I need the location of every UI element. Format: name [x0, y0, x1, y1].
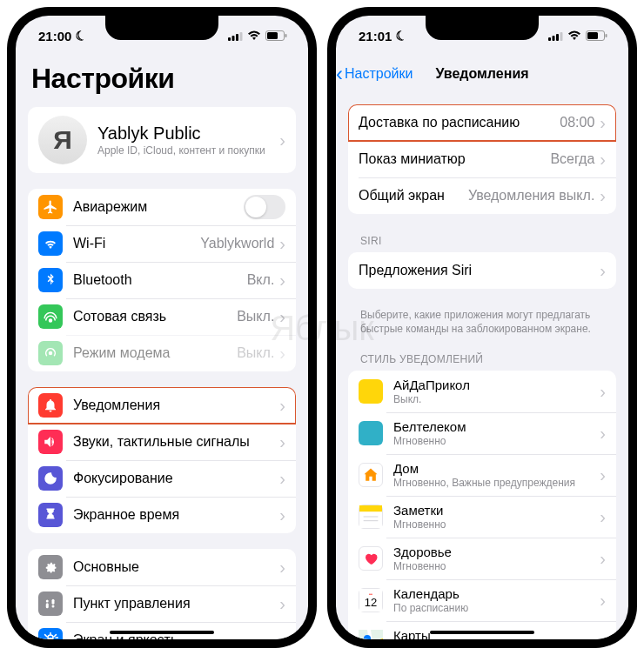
moon-icon — [38, 466, 63, 491]
row-value: Выкл. — [237, 309, 274, 324]
notifications-content[interactable]: Доставка по расписанию08:00›Показ миниат… — [336, 92, 628, 639]
profile-row[interactable]: Я Yablyk Public Apple ID, iCloud, контен… — [28, 107, 296, 173]
svg-rect-18 — [553, 36, 555, 41]
svg-point-8 — [46, 600, 49, 603]
app-icon — [359, 505, 383, 529]
app-row[interactable]: АйДаПриколВыкл.› — [348, 371, 616, 412]
svg-point-12 — [48, 638, 53, 639]
status-time: 21:01 — [359, 29, 392, 43]
airplane-icon — [38, 195, 63, 219]
row-label: Показ миниатюр — [359, 151, 550, 167]
chevron-icon: › — [600, 424, 606, 442]
chevron-icon: › — [279, 506, 285, 524]
gear-icon — [38, 555, 63, 579]
chevron-icon: › — [279, 344, 285, 362]
app-row[interactable]: ЗдоровьеМгновенно› — [348, 538, 616, 579]
app-icon — [359, 379, 383, 404]
settings-row[interactable]: Пункт управления› — [28, 585, 296, 622]
profile-group: Я Yablyk Public Apple ID, iCloud, контен… — [28, 107, 296, 173]
setting-row[interactable]: Показ миниатюрВсегда› — [348, 141, 616, 177]
style-header: СТИЛЬ УВЕДОМЛЕНИЙ — [348, 348, 616, 371]
chevron-icon: › — [600, 383, 606, 400]
app-row[interactable]: ЗаметкиМгновенно› — [348, 496, 616, 538]
screen-right: 21:01 ☾ ‹ Настройки Уведомления Доставка… — [336, 16, 628, 639]
chevron-icon: › — [600, 262, 606, 279]
row-value: Уведомления выкл. — [468, 188, 594, 204]
chevron-icon: › — [600, 466, 606, 484]
phone-left: 21:00 ☾ Настройки Я Yablyk Public Apple … — [7, 7, 317, 648]
row-label: Экранное время — [73, 507, 278, 523]
settings-row[interactable]: Wi-FiYablykworld› — [28, 225, 296, 262]
back-button[interactable]: ‹ Настройки — [336, 62, 413, 86]
status-time: 21:00 — [38, 29, 71, 43]
svg-rect-9 — [46, 603, 49, 608]
moon-icon: ☾ — [73, 27, 88, 45]
settings-row[interactable]: Звуки, тактильные сигналы› — [28, 424, 296, 460]
svg-point-11 — [52, 605, 55, 608]
app-sub: Мгновенно, Важные предупреждения — [393, 477, 598, 489]
app-row[interactable]: ••12КалендарьПо расписанию› — [348, 579, 616, 621]
schedule-group: Доставка по расписанию08:00›Показ миниат… — [348, 104, 616, 214]
settings-row[interactable]: Уведомления› — [28, 387, 296, 424]
svg-rect-23 — [606, 34, 607, 37]
row-value: Выкл. — [237, 345, 274, 361]
profile-sub: Apple ID, iCloud, контент и покупки — [97, 144, 278, 157]
chevron-icon: › — [600, 508, 606, 525]
chevron-icon: › — [279, 558, 285, 576]
svg-text:12: 12 — [365, 597, 377, 610]
chevron-icon: › — [600, 114, 606, 131]
svg-rect-17 — [548, 37, 551, 41]
home-indicator[interactable] — [110, 631, 214, 634]
row-label: Пункт управления — [73, 596, 278, 612]
settings-row[interactable]: Основные› — [28, 549, 296, 585]
row-label: Авиарежим — [73, 199, 244, 215]
app-sub: Мгновенно — [393, 518, 598, 531]
chevron-icon: › — [600, 633, 606, 639]
settings-row[interactable]: Фокусирование› — [28, 460, 296, 497]
chevron-icon: › — [600, 550, 606, 567]
svg-rect-22 — [587, 32, 598, 39]
app-label: Здоровье — [393, 545, 598, 559]
row-label: Уведомления — [73, 398, 278, 413]
row-label: Звуки, тактильные сигналы — [73, 434, 278, 450]
app-row[interactable]: БелтелекомМгновенно› — [348, 412, 616, 454]
svg-rect-2 — [236, 34, 238, 41]
home-indicator[interactable] — [430, 631, 534, 634]
screen-left: 21:00 ☾ Настройки Я Yablyk Public Apple … — [16, 16, 308, 639]
phone-right: 21:01 ☾ ‹ Настройки Уведомления Доставка… — [327, 7, 637, 648]
bluetooth-icon — [38, 268, 63, 292]
row-label: Доставка по расписанию — [359, 115, 560, 130]
display-icon — [38, 628, 63, 639]
wifi-icon — [567, 30, 581, 41]
svg-rect-6 — [285, 34, 287, 37]
settings-content[interactable]: Настройки Я Yablyk Public Apple ID, iClo… — [16, 56, 308, 639]
svg-rect-1 — [232, 36, 235, 41]
chevron-icon: › — [600, 187, 606, 204]
page-title: Настройки — [28, 56, 296, 107]
app-label: АйДаПрикол — [393, 378, 598, 392]
settings-row[interactable]: Экранное время› — [28, 497, 296, 533]
battery-icon — [586, 30, 607, 41]
app-sub: Мгновенно — [393, 560, 598, 572]
siri-suggestions-row[interactable]: Предложения Siri › — [348, 252, 616, 289]
chevron-icon: › — [279, 433, 285, 451]
signal-icon — [228, 31, 243, 41]
app-row[interactable]: ДомМгновенно, Важные предупреждения› — [348, 454, 616, 496]
settings-row[interactable]: BluetoothВкл.› — [28, 262, 296, 298]
settings-row[interactable]: Режим модемаВыкл.› — [28, 335, 296, 371]
profile-name: Yablyk Public — [97, 124, 278, 144]
wifi-icon — [38, 231, 63, 256]
row-value: 08:00 — [560, 115, 594, 130]
chevron-icon: › — [600, 592, 606, 609]
toggle[interactable] — [244, 195, 285, 219]
hourglass-icon — [38, 503, 63, 527]
setting-row[interactable]: Доставка по расписанию08:00› — [348, 104, 616, 141]
row-label: Фокусирование — [73, 471, 278, 486]
settings-row[interactable]: Авиарежим — [28, 189, 296, 225]
settings-row[interactable]: Сотовая связьВыкл.› — [28, 298, 296, 335]
app-icon — [359, 421, 383, 445]
svg-rect-24 — [359, 505, 382, 511]
app-sub: Мгновенно — [393, 435, 598, 447]
setting-row[interactable]: Общий экранУведомления выкл.› — [348, 177, 616, 214]
chevron-icon: › — [279, 470, 285, 487]
